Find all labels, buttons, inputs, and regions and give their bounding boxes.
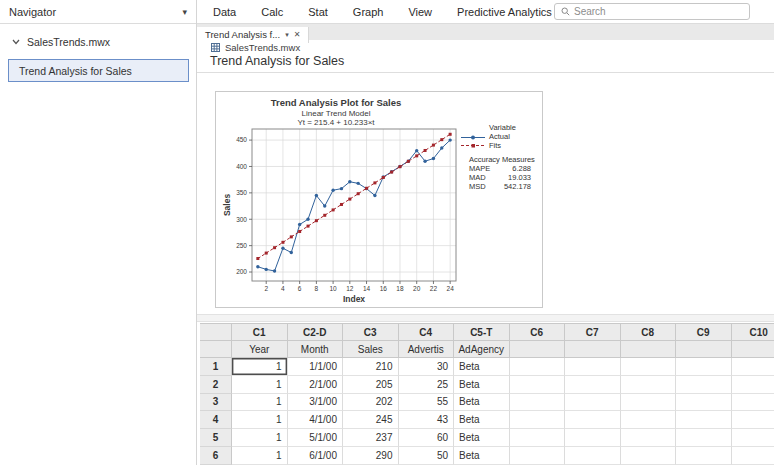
worksheet-cell[interactable]: Beta [454,447,510,465]
worksheet-cell[interactable]: 205 [343,376,399,394]
worksheet-cell[interactable] [676,429,732,447]
worksheet-cell[interactable] [510,376,566,394]
worksheet-cell[interactable]: 237 [343,429,399,447]
variable-name[interactable]: Year [232,341,288,358]
worksheet-cell[interactable]: Beta [454,376,510,394]
worksheet-cell[interactable] [565,429,621,447]
variable-name[interactable]: Advertis [399,341,455,358]
sidebar-item-worksheet[interactable]: SalesTrends.mwx [0,31,196,53]
variable-name[interactable]: AdAgency [454,341,510,358]
worksheet-cell[interactable]: 1/1/00 [288,358,344,376]
worksheet-cell[interactable] [732,429,774,447]
worksheet-cell[interactable]: 1 [232,394,288,412]
worksheet-cell[interactable] [565,358,621,376]
worksheet-cell[interactable]: 1 [232,447,288,465]
worksheet-cell[interactable]: 245 [343,411,399,429]
column-header[interactable]: C10 [732,323,774,341]
worksheet-cell[interactable]: Beta [454,394,510,412]
variable-name[interactable]: Month [288,341,344,358]
row-number[interactable]: 5 [200,429,232,447]
worksheet-cell[interactable] [621,358,677,376]
worksheet-cell[interactable] [565,411,621,429]
corner-cell[interactable] [200,323,232,341]
worksheet-cell[interactable] [510,429,566,447]
column-header[interactable]: C5-T [454,323,510,341]
worksheet-cell[interactable]: Beta [454,358,510,376]
worksheet-cell[interactable] [732,447,774,465]
worksheet-cell[interactable] [732,358,774,376]
worksheet-cell[interactable]: 6/1/00 [288,447,344,465]
worksheet-cell[interactable]: 60 [399,429,455,447]
worksheet-cell[interactable]: 4/1/00 [288,411,344,429]
variable-name[interactable] [676,341,732,358]
worksheet-cell[interactable]: 210 [343,358,399,376]
worksheet-cell[interactable] [565,394,621,412]
worksheet-cell[interactable]: Beta [454,411,510,429]
worksheet-cell[interactable] [676,447,732,465]
worksheet-cell[interactable] [732,376,774,394]
row-number[interactable]: 3 [200,394,232,412]
worksheet-cell[interactable]: 1 [232,376,288,394]
menu-item-calc[interactable]: Calc [261,6,283,18]
worksheet-cell[interactable]: 3/1/00 [288,394,344,412]
row-number[interactable]: 6 [200,447,232,465]
worksheet-cell[interactable] [676,358,732,376]
column-header[interactable]: C7 [565,323,621,341]
worksheet-cell[interactable] [676,376,732,394]
tab-trend-analysis[interactable]: Trend Analysis f... ▾ ✕ [197,27,309,43]
variable-name[interactable] [732,341,774,358]
worksheet-cell[interactable] [510,394,566,412]
close-icon[interactable]: ✕ [294,30,301,39]
row-number[interactable]: 1 [200,358,232,376]
worksheet-cell[interactable] [510,447,566,465]
menu-item-data[interactable]: Data [213,6,236,18]
worksheet-cell[interactable] [621,447,677,465]
search-input[interactable] [574,6,724,17]
navigator-dropdown-icon[interactable]: ▾ [182,7,187,17]
worksheet-cell[interactable] [510,411,566,429]
worksheet-cell[interactable]: 43 [399,411,455,429]
chevron-down-icon[interactable]: ▾ [285,31,289,39]
column-header[interactable]: C1 [232,323,288,341]
worksheet-cell[interactable]: 1 [232,411,288,429]
worksheet-cell[interactable]: 202 [343,394,399,412]
worksheet-cell[interactable]: 1 [232,429,288,447]
worksheet-cell[interactable]: 1 [232,358,288,376]
worksheet-cell[interactable] [621,411,677,429]
worksheet-cell[interactable] [732,394,774,412]
worksheet-cell[interactable] [510,358,566,376]
worksheet-cell[interactable] [565,376,621,394]
variable-name[interactable] [621,341,677,358]
worksheet-cell[interactable]: 50 [399,447,455,465]
worksheet-cell[interactable] [621,376,677,394]
column-header[interactable]: C8 [621,323,677,341]
menu-item-stat[interactable]: Stat [308,6,328,18]
sidebar-item-trend-analysis[interactable]: Trend Analysis for Sales [8,59,189,82]
worksheet-cell[interactable]: 30 [399,358,455,376]
pane-splitter[interactable] [197,314,774,322]
worksheet-cell[interactable] [621,394,677,412]
worksheet-cell[interactable]: Beta [454,429,510,447]
variable-name[interactable]: Sales [343,341,399,358]
worksheet-cell[interactable] [621,429,677,447]
row-number[interactable]: 2 [200,376,232,394]
variable-name[interactable] [510,341,566,358]
column-header[interactable]: C6 [510,323,566,341]
column-header[interactable]: C9 [676,323,732,341]
column-header[interactable]: C3 [343,323,399,341]
worksheet-cell[interactable]: 290 [343,447,399,465]
column-header[interactable]: C2-D [288,323,344,341]
worksheet-cell[interactable]: 25 [399,376,455,394]
worksheet-source-label[interactable]: SalesTrends.mwx [211,42,300,53]
menu-item-view[interactable]: View [408,6,432,18]
worksheet-cell[interactable]: 5/1/00 [288,429,344,447]
worksheet-cell[interactable] [732,411,774,429]
menu-item-graph[interactable]: Graph [353,6,384,18]
column-header[interactable]: C4 [399,323,455,341]
worksheet-cell[interactable]: 55 [399,394,455,412]
worksheet-cell[interactable] [676,394,732,412]
worksheet-cell[interactable] [565,447,621,465]
worksheet-cell[interactable]: 2/1/00 [288,376,344,394]
search-box[interactable] [554,3,750,20]
worksheet-cell[interactable] [676,411,732,429]
